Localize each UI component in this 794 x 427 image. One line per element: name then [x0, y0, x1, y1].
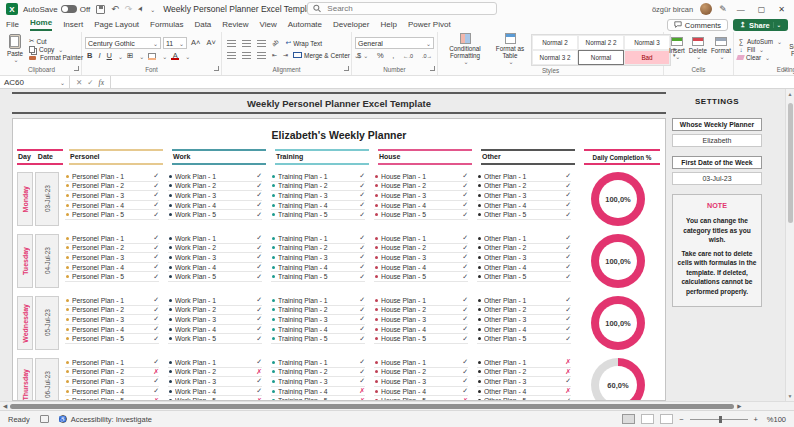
- excel-app-icon[interactable]: X: [6, 3, 18, 15]
- plan-row[interactable]: Work Plan - 5✓: [168, 334, 262, 344]
- check-icon[interactable]: ✓: [359, 273, 365, 281]
- plan-row[interactable]: House Plan - 5✗: [374, 396, 468, 401]
- clipboard-dialog-launcher[interactable]: [74, 66, 79, 71]
- collapse-ribbon-icon[interactable]: ⌄: [782, 65, 788, 73]
- plan-row[interactable]: Other Plan - 3✓: [477, 315, 571, 325]
- check-icon[interactable]: ✓: [462, 377, 468, 385]
- cross-icon[interactable]: ✗: [359, 397, 365, 401]
- check-icon[interactable]: ✓: [462, 273, 468, 281]
- plan-row[interactable]: Personel Plan - 3✓: [65, 315, 159, 325]
- plan-row[interactable]: Training Plan - 5✓: [271, 272, 365, 282]
- plan-row[interactable]: Training Plan - 5✗: [271, 396, 365, 401]
- check-icon[interactable]: ✓: [256, 377, 262, 385]
- plan-row[interactable]: Training Plan - 2✓: [271, 368, 365, 378]
- check-icon[interactable]: ✓: [153, 211, 159, 219]
- search-bar[interactable]: [307, 2, 497, 15]
- check-icon[interactable]: ✓: [359, 358, 365, 366]
- plan-row[interactable]: Other Plan - 1✗: [477, 358, 571, 368]
- plan-row[interactable]: Work Plan - 4✓: [168, 387, 262, 397]
- plan-row[interactable]: Personel Plan - 3✓: [65, 191, 159, 201]
- plan-row[interactable]: Work Plan - 5✓: [168, 210, 262, 220]
- check-icon[interactable]: ✓: [462, 368, 468, 376]
- plan-row[interactable]: House Plan - 4✓: [374, 387, 468, 397]
- check-icon[interactable]: ✓: [256, 191, 262, 199]
- normal-view-button[interactable]: [622, 414, 635, 424]
- plan-row[interactable]: Work Plan - 3✓: [168, 315, 262, 325]
- check-icon[interactable]: ✓: [359, 211, 365, 219]
- check-icon[interactable]: ✓: [565, 306, 571, 314]
- style-normal-2[interactable]: Normal 2: [532, 35, 578, 50]
- plan-row[interactable]: Training Plan - 1✓: [271, 172, 365, 182]
- autosave-switch-icon[interactable]: [61, 5, 77, 13]
- plan-row[interactable]: Training Plan - 5✓: [271, 210, 365, 220]
- scroll-right-icon[interactable]: ▶: [737, 403, 741, 409]
- tab-file[interactable]: File: [6, 20, 19, 31]
- plan-row[interactable]: Work Plan - 5✗: [168, 396, 262, 401]
- check-icon[interactable]: ✓: [256, 201, 262, 209]
- check-icon[interactable]: ✓: [256, 273, 262, 281]
- plan-row[interactable]: Other Plan - 2✓: [477, 306, 571, 316]
- plan-row[interactable]: Work Plan - 3✓: [168, 377, 262, 387]
- cross-icon[interactable]: ✗: [565, 387, 571, 395]
- plan-row[interactable]: Work Plan - 5✓: [168, 272, 262, 282]
- check-icon[interactable]: ✓: [565, 211, 571, 219]
- plan-row[interactable]: Other Plan - 2✓: [477, 244, 571, 254]
- plan-row[interactable]: House Plan - 5✓: [374, 272, 468, 282]
- check-icon[interactable]: ✓: [256, 335, 262, 343]
- align-center-icon[interactable]: [240, 52, 253, 59]
- plan-row[interactable]: House Plan - 4✓: [374, 201, 468, 211]
- font-dialog-launcher[interactable]: [214, 66, 219, 71]
- number-dialog-launcher[interactable]: [430, 66, 435, 71]
- plan-row[interactable]: Work Plan - 4✓: [168, 201, 262, 211]
- confirm-entry-icon[interactable]: ✓: [87, 78, 93, 87]
- plan-row[interactable]: Work Plan - 4✓: [168, 325, 262, 335]
- check-icon[interactable]: ✓: [462, 296, 468, 304]
- plan-row[interactable]: Personel Plan - 3✓: [65, 253, 159, 263]
- cross-icon[interactable]: ✗: [256, 368, 262, 376]
- check-icon[interactable]: ✓: [153, 377, 159, 385]
- orientation-icon[interactable]: ab: [268, 36, 283, 51]
- align-bottom-icon[interactable]: [255, 40, 268, 47]
- plan-row[interactable]: House Plan - 4✓: [374, 325, 468, 335]
- align-top-icon[interactable]: [225, 40, 238, 47]
- increase-indent-icon[interactable]: ⇥: [281, 50, 290, 60]
- plan-row[interactable]: Other Plan - 4✓: [477, 325, 571, 335]
- check-icon[interactable]: ✓: [359, 296, 365, 304]
- plan-row[interactable]: House Plan - 2✓: [374, 182, 468, 192]
- italic-button[interactable]: I: [96, 51, 102, 61]
- tab-review[interactable]: Review: [222, 20, 248, 31]
- style-normal[interactable]: Normal: [578, 50, 624, 65]
- check-icon[interactable]: ✓: [153, 306, 159, 314]
- redo-icon[interactable]: ↷: [125, 4, 133, 14]
- plan-row[interactable]: Work Plan - 2✓: [168, 182, 262, 192]
- decrease-decimal-icon[interactable]: .0→: [420, 51, 434, 61]
- decrease-font-size-icon[interactable]: A˅: [204, 38, 217, 48]
- whose-planner-value[interactable]: Elizabeth: [672, 134, 762, 147]
- plan-row[interactable]: Work Plan - 1✓: [168, 234, 262, 244]
- check-icon[interactable]: ✓: [565, 335, 571, 343]
- plan-row[interactable]: House Plan - 2✓: [374, 306, 468, 316]
- share-button[interactable]: ↥ Share ⌄: [733, 19, 788, 31]
- plan-row[interactable]: Training Plan - 3✓: [271, 191, 365, 201]
- zoom-level[interactable]: %100: [764, 415, 786, 424]
- fill-button[interactable]: ↓Fill⌄: [737, 46, 782, 53]
- plan-row[interactable]: Training Plan - 5✓: [271, 334, 365, 344]
- check-icon[interactable]: ✓: [565, 296, 571, 304]
- plan-row[interactable]: Training Plan - 4✓: [271, 263, 365, 273]
- plan-row[interactable]: Other Plan - 1✓: [477, 172, 571, 182]
- paste-button[interactable]: Paste⌄: [5, 34, 25, 64]
- check-icon[interactable]: ✓: [462, 191, 468, 199]
- plan-row[interactable]: Personel Plan - 1✓: [65, 172, 159, 182]
- plan-row[interactable]: Other Plan - 1✓: [477, 296, 571, 306]
- plan-row[interactable]: Other Plan - 4✓: [477, 201, 571, 211]
- check-icon[interactable]: ✓: [256, 172, 262, 180]
- cross-icon[interactable]: ✗: [359, 387, 365, 395]
- page-break-view-button[interactable]: [660, 414, 673, 424]
- underline-button[interactable]: U: [105, 51, 114, 61]
- cut-button[interactable]: ✂Cut: [29, 37, 83, 45]
- check-icon[interactable]: ✓: [359, 172, 365, 180]
- plan-row[interactable]: Personel Plan - 4✓: [65, 387, 159, 397]
- plan-row[interactable]: Personel Plan - 2✗: [65, 368, 159, 378]
- check-icon[interactable]: ✓: [565, 263, 571, 271]
- check-icon[interactable]: ✓: [153, 387, 159, 395]
